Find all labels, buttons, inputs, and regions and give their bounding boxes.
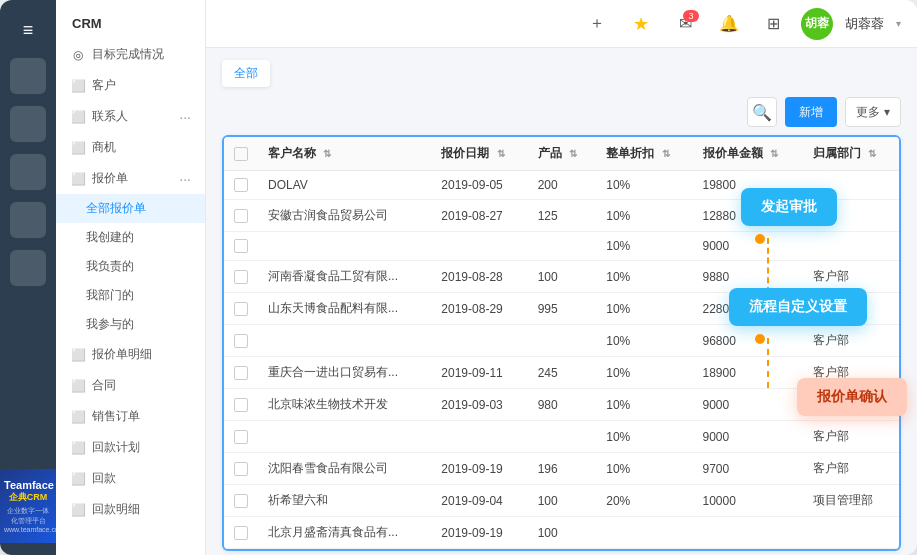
cell-product: 125 bbox=[528, 200, 597, 232]
sidebar-item-sales-order[interactable]: ⬜ 销售订单 bbox=[56, 401, 205, 432]
process-card[interactable]: 流程自定义设置 bbox=[729, 288, 867, 326]
brand-url: www.teamface.cn bbox=[4, 526, 52, 533]
col-customer-name: 客户名称 ⇅ bbox=[258, 137, 431, 171]
cell-dept: 客户部 bbox=[803, 325, 899, 357]
payment-label: 回款 bbox=[92, 470, 116, 487]
user-name[interactable]: 胡蓉蓉 bbox=[845, 15, 884, 33]
cell-product: 100 bbox=[528, 261, 597, 293]
cell-product bbox=[528, 232, 597, 261]
cell-date bbox=[431, 421, 527, 453]
grid-button[interactable]: ⊞ bbox=[757, 8, 789, 40]
star-button[interactable]: ★ bbox=[625, 8, 657, 40]
submenu-my-created[interactable]: 我创建的 bbox=[56, 223, 205, 252]
table-row[interactable]: 10% 96800 客户部 bbox=[224, 325, 899, 357]
mail-button[interactable]: ✉ 3 bbox=[669, 8, 701, 40]
bell-button[interactable]: 🔔 bbox=[713, 8, 745, 40]
table-toolbar: 🔍 新增 更多 ▾ bbox=[222, 97, 901, 127]
new-add-button[interactable]: 新增 bbox=[785, 97, 837, 127]
nav-block-4[interactable] bbox=[10, 202, 46, 238]
goals-label: 目标完成情况 bbox=[92, 46, 164, 63]
submenu-my-dept[interactable]: 我部门的 bbox=[56, 281, 205, 310]
sidebar-item-contacts[interactable]: ⬜ 联系人 ··· bbox=[56, 101, 205, 132]
cell-amount: 10000 bbox=[693, 485, 803, 517]
table-row[interactable]: 10% 9000 bbox=[224, 232, 899, 261]
row-checkbox[interactable] bbox=[234, 302, 248, 316]
brand-teamface: Teamface bbox=[4, 479, 52, 491]
cell-date: 2019-09-19 bbox=[431, 453, 527, 485]
sidebar-item-payment-plan[interactable]: ⬜ 回款计划 bbox=[56, 432, 205, 463]
row-checkbox[interactable] bbox=[234, 239, 248, 253]
nav-block-2[interactable] bbox=[10, 106, 46, 142]
confirm-card[interactable]: 报价单确认 bbox=[797, 378, 907, 416]
customers-label: 客户 bbox=[92, 77, 116, 94]
row-checkbox[interactable] bbox=[234, 178, 248, 192]
table-row[interactable]: 北京月盛斋清真食品有... 2019-09-19 100 bbox=[224, 517, 899, 549]
quotation-more-icon[interactable]: ··· bbox=[179, 171, 191, 187]
row-checkbox[interactable] bbox=[234, 366, 248, 380]
avatar[interactable]: 胡蓉 bbox=[801, 8, 833, 40]
table-row[interactable]: 10% 9000 客户部 bbox=[224, 421, 899, 453]
bell-icon: 🔔 bbox=[719, 14, 739, 33]
tab-bar: 全部 bbox=[222, 60, 901, 87]
row-checkbox[interactable] bbox=[234, 526, 248, 540]
sidebar-item-contract[interactable]: ⬜ 合同 bbox=[56, 370, 205, 401]
cell-product: 100 bbox=[528, 485, 597, 517]
cell-product: 980 bbox=[528, 389, 597, 421]
tab-all[interactable]: 全部 bbox=[222, 60, 270, 87]
quotation-label: 报价单 bbox=[92, 170, 128, 187]
sidebar-item-goals[interactable]: ◎ 目标完成情况 bbox=[56, 39, 205, 70]
submenu-my-involved[interactable]: 我参与的 bbox=[56, 310, 205, 339]
table-row[interactable]: 沈阳春雪食品有限公司 2019-09-19 196 10% 9700 客户部 bbox=[224, 453, 899, 485]
nav-block-1[interactable] bbox=[10, 58, 46, 94]
sidebar-item-customers[interactable]: ⬜ 客户 bbox=[56, 70, 205, 101]
star-icon: ★ bbox=[633, 13, 649, 35]
row-checkbox[interactable] bbox=[234, 209, 248, 223]
cell-customer: 河南香凝食品工贸有限... bbox=[258, 261, 431, 293]
user-dropdown-icon[interactable]: ▾ bbox=[896, 18, 901, 29]
row-checkbox[interactable] bbox=[234, 494, 248, 508]
connector-line-2 bbox=[767, 338, 769, 388]
contacts-more-icon[interactable]: ··· bbox=[179, 109, 191, 125]
brand-qidian: 企典CRM bbox=[4, 491, 52, 504]
row-checkbox[interactable] bbox=[234, 430, 248, 444]
more-button[interactable]: 更多 ▾ bbox=[845, 97, 901, 127]
cell-dept bbox=[803, 232, 899, 261]
cell-dept: 客户部 bbox=[803, 421, 899, 453]
submenu-all-quotes[interactable]: 全部报价单 bbox=[56, 194, 205, 223]
cell-customer: 北京月盛斋清真食品有... bbox=[258, 517, 431, 549]
cell-date bbox=[431, 232, 527, 261]
nav-block-3[interactable] bbox=[10, 154, 46, 190]
col-checkbox bbox=[224, 137, 258, 171]
cell-discount: 10% bbox=[596, 171, 692, 200]
sidebar-item-quote-detail[interactable]: ⬜ 报价单明细 bbox=[56, 339, 205, 370]
sidebar-item-payment-detail[interactable]: ⬜ 回款明细 bbox=[56, 494, 205, 525]
sidebar-item-payment[interactable]: ⬜ 回款 bbox=[56, 463, 205, 494]
cell-product: 200 bbox=[528, 171, 597, 200]
sidebar-item-opportunity[interactable]: ⬜ 商机 bbox=[56, 132, 205, 163]
add-button[interactable]: ＋ bbox=[581, 8, 613, 40]
customer-icon: ⬜ bbox=[70, 78, 86, 94]
connector-dot-2 bbox=[755, 334, 765, 344]
hamburger-icon[interactable]: ≡ bbox=[15, 12, 42, 49]
cell-discount: 10% bbox=[596, 293, 692, 325]
row-checkbox[interactable] bbox=[234, 462, 248, 476]
row-checkbox[interactable] bbox=[234, 398, 248, 412]
nav-block-5[interactable] bbox=[10, 250, 46, 286]
header-checkbox[interactable] bbox=[234, 147, 248, 161]
sidebar-item-quotation[interactable]: ⬜ 报价单 ··· bbox=[56, 163, 205, 194]
row-checkbox[interactable] bbox=[234, 270, 248, 284]
payment-detail-label: 回款明细 bbox=[92, 501, 140, 518]
approve-card[interactable]: 发起审批 bbox=[741, 188, 837, 226]
cell-amount: 96800 bbox=[693, 325, 803, 357]
grid-icon: ⊞ bbox=[767, 14, 780, 33]
row-checkbox[interactable] bbox=[234, 334, 248, 348]
submenu-my-responsible[interactable]: 我负责的 bbox=[56, 252, 205, 281]
search-button[interactable]: 🔍 bbox=[747, 97, 777, 127]
cell-customer: 沈阳春雪食品有限公司 bbox=[258, 453, 431, 485]
cell-customer bbox=[258, 232, 431, 261]
quotation-icon: ⬜ bbox=[70, 171, 86, 187]
connector-line-1 bbox=[767, 238, 769, 293]
cell-amount: 18900 bbox=[693, 357, 803, 389]
cell-discount: 10% bbox=[596, 200, 692, 232]
table-row[interactable]: 祈希望六和 2019-09-04 100 20% 10000 项目管理部 bbox=[224, 485, 899, 517]
